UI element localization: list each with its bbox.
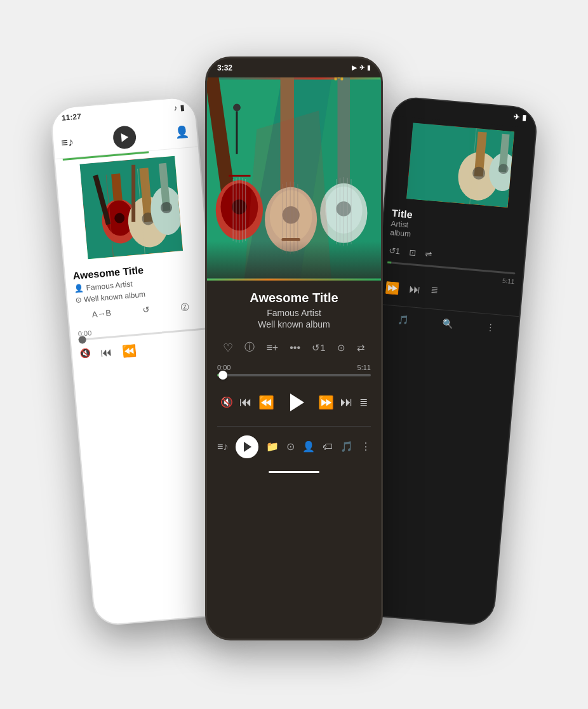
repeat-one-icon-center[interactable]: ↺1 [312, 342, 325, 354]
status-bar-center: 3:32 ▶ ✈ ▮ [207, 58, 381, 77]
song-artist-center: Famous Artist [213, 308, 375, 318]
svg-rect-59 [340, 77, 343, 80]
fast-forward-icon-right[interactable]: ⏩ [385, 280, 400, 295]
disc-icon-nav[interactable]: ⊙ [286, 441, 295, 453]
album-art-left [80, 156, 184, 259]
heart-icon-center[interactable]: ♡ [223, 341, 233, 355]
play-button-left[interactable] [112, 124, 137, 149]
music-icon-nav[interactable]: 🎵 [340, 441, 353, 453]
guitar-svg-center [207, 77, 381, 281]
action-skip-left[interactable]: ↺ [142, 305, 150, 317]
battery-icon-center: ▮ [367, 64, 371, 71]
person-icon-meta-left: 👤 [74, 283, 84, 293]
skip-prev-icon-center[interactable]: ⏮ [239, 395, 252, 409]
person-icon-center[interactable]: ⊙ [337, 342, 345, 354]
song-album-center: Well known album [213, 319, 375, 329]
time-left: 11:27 [62, 112, 82, 123]
status-icons-left: ♪ ▮ [173, 103, 185, 112]
info-icon-center[interactable]: ⓘ [244, 341, 255, 354]
fast-forward-icon-center[interactable]: ⏩ [318, 395, 334, 410]
play-button-center[interactable] [280, 387, 312, 418]
svg-rect-9 [131, 164, 135, 222]
song-info-center: Awesome Title Famous Artist Well known a… [207, 281, 381, 335]
progress-bar-center[interactable] [217, 374, 371, 376]
rewind-icon-center[interactable]: ⏪ [258, 395, 274, 410]
volume-icon-center[interactable]: 🔇 [220, 396, 233, 408]
search-icon-right[interactable]: 🔍 [442, 317, 453, 328]
music-note-icon-right[interactable]: 🎵 [398, 314, 409, 324]
transport-row-center: 🔇 ⏮ ⏪ ⏩ ⏭ ≣ [207, 379, 381, 426]
album-icon-left: ⊙ [75, 295, 82, 305]
rewind-icon-left[interactable]: ⏪ [122, 343, 137, 359]
spacer-right [404, 107, 513, 117]
airplane-icon-right: ✈ [512, 112, 519, 122]
airplane-icon-center: ✈ [359, 64, 364, 71]
more-icon-center[interactable]: ••• [290, 342, 300, 354]
tag-icon-nav[interactable]: 🏷 [323, 441, 333, 453]
progress-thumb-center [218, 371, 227, 380]
play-triangle-center [290, 394, 304, 411]
progress-times-center: 0:00 5:11 [217, 364, 371, 371]
status-icons-right: ✈ ▮ [512, 112, 526, 123]
scene: 11:27 ♪ ▮ ≡♪ 👤 [72, 37, 516, 672]
time-start-center: 0:00 [217, 364, 231, 371]
folder-icon-nav[interactable]: 📁 [266, 441, 279, 453]
music-icon-center: ▶ [352, 64, 357, 71]
play-nav-button-center[interactable] [236, 435, 258, 458]
guitar-svg-left [80, 156, 184, 259]
screen-icon-right[interactable]: ⊡ [408, 247, 416, 257]
add-queue-icon-center[interactable]: ≡+ [266, 342, 278, 354]
svg-point-36 [233, 103, 241, 111]
battery-icon-left: ▮ [180, 103, 185, 112]
progress-fill-right [387, 261, 391, 263]
time-center: 3:32 [217, 63, 232, 72]
more-icon-right[interactable]: ⋮ [486, 321, 495, 332]
guitar-svg-right [406, 123, 514, 207]
bottom-nav-center: ≡♪ 📁 ⊙ 👤 🏷 🎵 ⋮ [207, 427, 381, 467]
skip-next-icon-center[interactable]: ⏭ [340, 395, 353, 409]
volume-icon-left[interactable]: 🔇 [79, 347, 91, 362]
skip-prev-icon-left[interactable]: ⏮ [100, 345, 113, 360]
time-end-center: 5:11 [357, 364, 371, 371]
phone-center: 3:32 ▶ ✈ ▮ [205, 56, 383, 640]
action-sleep-left[interactable]: Ⓩ [180, 301, 189, 313]
queue-icon-left[interactable]: ≡♪ [61, 135, 74, 149]
play-triangle-left [121, 132, 129, 142]
queue-icon-nav[interactable]: ≡♪ [217, 441, 228, 453]
svg-rect-58 [338, 77, 340, 78]
time-end-right: 5:11 [502, 277, 514, 285]
svg-rect-57 [335, 77, 337, 80]
album-art-right [406, 123, 514, 207]
home-bar-center [269, 471, 319, 473]
svg-rect-61 [207, 241, 381, 278]
skip-next-icon-right[interactable]: ⏭ [409, 282, 422, 296]
repeat-icon-right[interactable]: ↺1 [388, 245, 400, 256]
shuffle-icon-center[interactable]: ⇄ [357, 342, 365, 354]
status-icons-center: ▶ ✈ ▮ [352, 64, 371, 71]
song-title-center: Awesome Title [213, 291, 375, 305]
play-nav-triangle-center [244, 442, 251, 452]
album-art-center [207, 77, 381, 281]
battery-icon-right: ▮ [521, 113, 526, 123]
equalizer-icon-right[interactable]: ≣ [431, 284, 439, 298]
shuffle-icon-right[interactable]: ⇌ [424, 248, 432, 258]
person-icon-left[interactable]: 👤 [175, 124, 190, 140]
more-icon-nav[interactable]: ⋮ [361, 441, 371, 453]
progress-section-center: 0:00 5:11 [207, 361, 381, 379]
music-icon-left: ♪ [173, 103, 178, 112]
action-ab-left[interactable]: A→B [91, 308, 112, 321]
action-row-center: ♡ ⓘ ≡+ ••• ↺1 ⊙ ⇄ [207, 335, 381, 361]
equalizer-icon-center[interactable]: ≣ [359, 396, 368, 408]
person-icon-nav[interactable]: 👤 [302, 441, 315, 453]
